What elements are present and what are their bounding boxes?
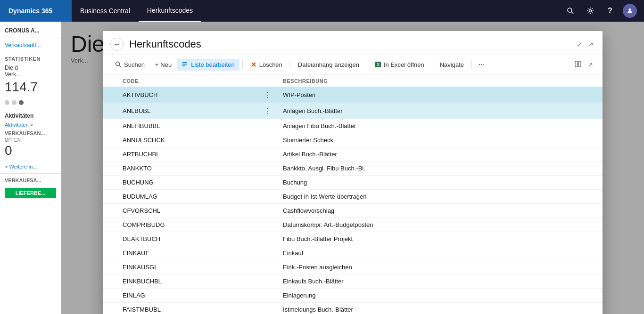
col-header-drag2: [258, 74, 277, 87]
svg-point-3: [629, 8, 631, 11]
user-avatar-button[interactable]: [621, 2, 638, 19]
activities-link[interactable]: Aktivitäten >: [0, 121, 61, 129]
modal-expand-icons: ⤢ ↗: [575, 39, 595, 49]
more-options-button[interactable]: ···: [475, 58, 488, 71]
more-icon: ···: [479, 60, 485, 69]
row-context-menu[interactable]: [258, 147, 277, 161]
row-context-menu[interactable]: [258, 246, 277, 260]
toolbar-separator-5: [471, 60, 472, 69]
edit-list-button[interactable]: Liste bearbeiten: [177, 59, 239, 71]
table-body: AKTIVBUCH⋮WIP-PostenANLBUBL⋮Anlagen Buch…: [103, 87, 603, 314]
table-row[interactable]: DEAKTBUCHFibu Buch.-Blätter Projekt: [103, 232, 603, 246]
attachment-label: Dateianhang anzeigen: [298, 61, 359, 68]
row-context-menu[interactable]: ⋮: [258, 103, 277, 119]
table-row[interactable]: CFVORSCHLCashflowvorschlag: [103, 204, 603, 218]
attachment-button[interactable]: Dateianhang anzeigen: [293, 59, 364, 71]
user-icon: [627, 8, 633, 14]
stats-label: Die d Verk...: [0, 64, 61, 79]
row-context-menu[interactable]: [258, 260, 277, 274]
table-row[interactable]: ARTBUCHBLArtikel Buch.-Blätter: [103, 147, 603, 161]
row-context-menu[interactable]: [258, 119, 277, 133]
svg-line-1: [571, 12, 573, 14]
table-row[interactable]: BANKKTOBankkto. Ausgl. Fibu Buch.-Bl.: [103, 161, 603, 176]
table-row[interactable]: ANLBUBL⋮Anlagen Buch.-Blätter: [103, 103, 603, 119]
row-context-menu[interactable]: [258, 232, 277, 246]
row-code: EINKBUCHBL: [117, 274, 258, 289]
dynamics-brand[interactable]: Dynamics 365: [0, 0, 72, 22]
row-context-menu[interactable]: [258, 190, 277, 204]
avatar: [623, 4, 637, 18]
page-layout: CRONUS A... Verkaufsauft... STATISTIKEN …: [0, 22, 644, 314]
delete-icon: [250, 61, 257, 68]
activities-label: Aktivitäten: [0, 109, 61, 121]
stats-section-label: STATISTIKEN: [0, 52, 61, 64]
row-description: Artikel Buch.-Blätter: [277, 147, 603, 161]
row-description: Fibu Buch.-Blätter Projekt: [277, 232, 603, 246]
row-description: WIP-Posten: [277, 87, 603, 103]
search-button[interactable]: Suchen: [110, 59, 149, 71]
table-row[interactable]: AKTIVBUCH⋮WIP-Posten: [103, 87, 603, 103]
row-context-menu[interactable]: [258, 303, 277, 314]
row-drag-handle: [103, 274, 117, 289]
row-context-menu[interactable]: [258, 218, 277, 232]
new-label: + Neu: [155, 61, 172, 68]
row-context-menu[interactable]: [258, 289, 277, 303]
settings-icon-button[interactable]: [582, 2, 599, 19]
row-context-menu[interactable]: [258, 161, 277, 176]
dot-1[interactable]: [5, 100, 9, 105]
more-link[interactable]: > Weitere In...: [0, 162, 61, 171]
fullscreen-icon[interactable]: ↗: [586, 59, 595, 70]
modal-title: Herkunftscodes: [129, 38, 575, 50]
row-context-menu[interactable]: [258, 133, 277, 147]
sidebar: CRONUS A... Verkaufsauft... STATISTIKEN …: [0, 22, 61, 314]
view-columns-icon[interactable]: [573, 58, 584, 71]
expand-icon[interactable]: ⤢: [575, 39, 584, 49]
navigate-button[interactable]: Navigate: [435, 59, 469, 71]
excel-button[interactable]: In Excel öffnen: [370, 59, 429, 71]
search-icon-button[interactable]: [562, 2, 579, 19]
svg-rect-6: [182, 62, 187, 63]
green-action-button[interactable]: LIEFERBE...: [5, 188, 56, 198]
table-row[interactable]: ANNULSCHCKStornierter Scheck: [103, 133, 603, 147]
row-drag-handle: [103, 232, 117, 246]
delete-button[interactable]: Löschen: [246, 59, 287, 71]
nav-item-herkunftscodes[interactable]: Herkunftscodes: [139, 0, 201, 22]
back-button[interactable]: ←: [110, 38, 124, 51]
herkunftscodes-modal: ← Herkunftscodes ⤢ ↗ Suche: [103, 31, 603, 314]
table-row[interactable]: EINKBUCHBLEinkaufs Buch.-Blätter: [103, 274, 603, 289]
row-code: ARTBUCHBL: [117, 147, 258, 161]
col-header-drag: [103, 74, 117, 87]
delete-label: Löschen: [259, 61, 282, 68]
table-row[interactable]: ANLFIBUBBLAnlagen Fibu Buch.-Blätter: [103, 119, 603, 133]
table-row[interactable]: BUDUMLAGBudget in Ist-Werte übertragen: [103, 190, 603, 204]
sales-open-label: OFFEN: [0, 137, 61, 143]
dot-2[interactable]: [12, 100, 17, 105]
toolbar: Suchen + Neu Liste bearbeiten: [103, 55, 603, 74]
help-icon-button[interactable]: ?: [602, 2, 619, 19]
toolbar-right-actions: ↗: [573, 58, 595, 71]
new-button[interactable]: + Neu: [150, 59, 176, 71]
row-code: ANLFIBUBBL: [117, 119, 258, 133]
breadcrumb-link[interactable]: Verkaufsauft...: [0, 38, 61, 52]
back-arrow-icon: ←: [114, 40, 120, 48]
minimize-icon[interactable]: ↗: [586, 39, 595, 49]
table-row[interactable]: BUCHUNGBuchung: [103, 176, 603, 190]
table-row[interactable]: EINLAGEinlagerung: [103, 289, 603, 303]
table-row[interactable]: EINKAUFEinkauf: [103, 246, 603, 260]
col-header-desc[interactable]: BESCHREIBUNG: [277, 74, 603, 87]
col-header-code[interactable]: CODE: [117, 74, 258, 87]
row-context-menu[interactable]: [258, 176, 277, 190]
dot-3[interactable]: [19, 100, 24, 105]
row-drag-handle: [103, 147, 117, 161]
gear-icon: [586, 7, 594, 15]
svg-point-0: [568, 8, 572, 12]
row-description: Budget in Ist-Werte übertragen: [277, 190, 603, 204]
row-drag-handle: [103, 218, 117, 232]
table-row[interactable]: EINKAUSGLEink.-Posten ausgleichen: [103, 260, 603, 274]
row-context-menu[interactable]: [258, 274, 277, 289]
table-row[interactable]: COMPRIBUDGDatumskompr. Art.-Budgetposten: [103, 218, 603, 232]
row-context-menu[interactable]: [258, 204, 277, 218]
table-row[interactable]: FAISTMBUBLIstmeldungs Buch.-Blätter: [103, 303, 603, 314]
row-context-menu[interactable]: ⋮: [258, 87, 277, 103]
nav-item-business-central[interactable]: Business Central: [72, 0, 139, 22]
